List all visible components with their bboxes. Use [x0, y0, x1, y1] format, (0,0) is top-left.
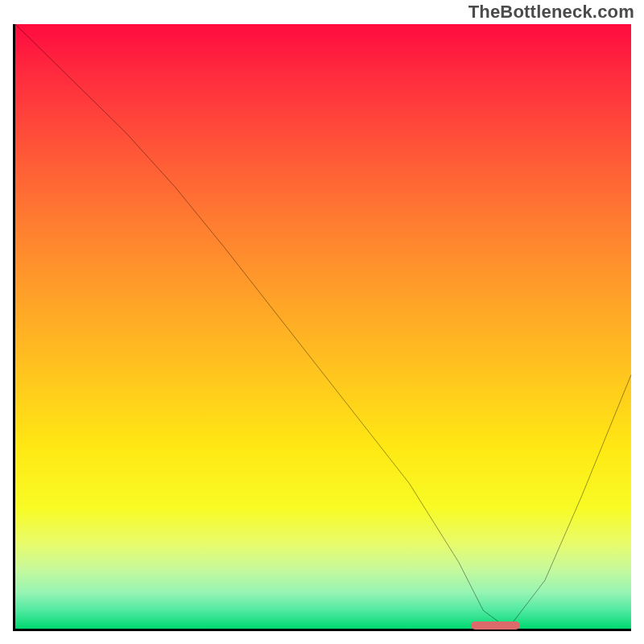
optimal-range-marker	[471, 621, 520, 630]
bottleneck-curve	[15, 24, 631, 629]
branding-text: TheBottleneck.com	[469, 2, 634, 23]
chart-plot-area	[13, 24, 631, 631]
